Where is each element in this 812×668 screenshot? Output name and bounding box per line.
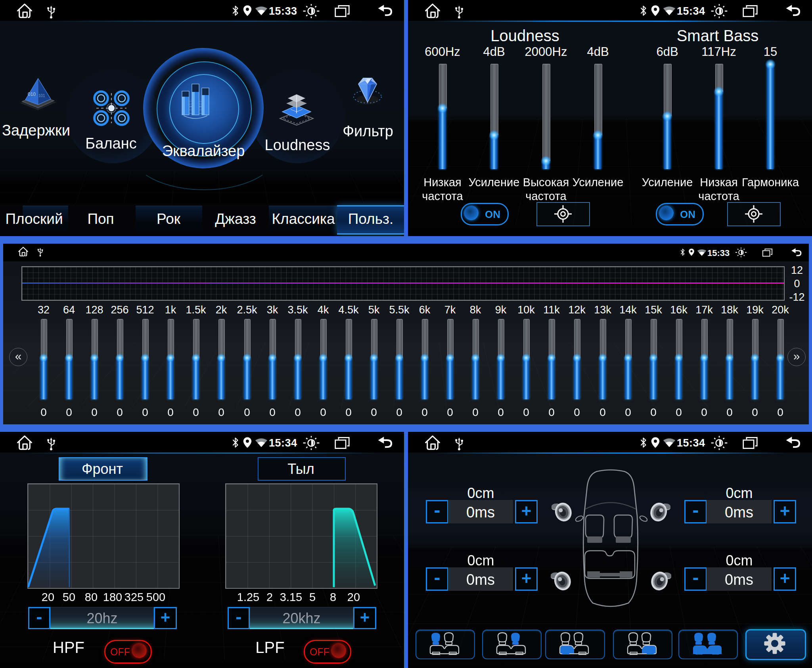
svg-text:101: 101	[38, 94, 45, 98]
svg-text:010: 010	[28, 92, 36, 97]
